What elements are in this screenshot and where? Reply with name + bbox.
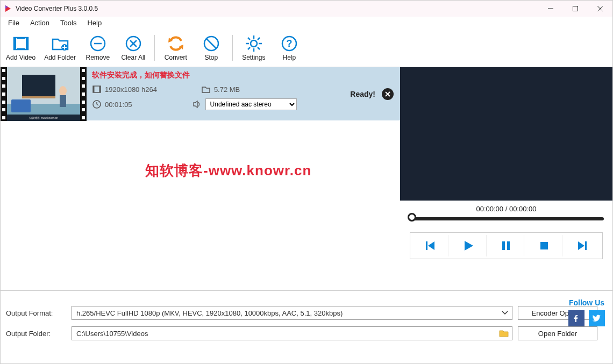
close-button[interactable] bbox=[588, 1, 612, 17]
size-meta: 5.72 MB bbox=[201, 84, 240, 94]
titlebar: Video Converter Plus 3.0.0.5 bbox=[1, 1, 612, 17]
toolbar-separator bbox=[154, 35, 155, 61]
svg-line-48 bbox=[97, 104, 98, 105]
svg-rect-36 bbox=[22, 75, 55, 97]
follow-us-box: Follow Us bbox=[568, 298, 605, 326]
open-folder-button[interactable]: Open Folder bbox=[518, 326, 597, 340]
menu-file[interactable]: File bbox=[3, 18, 25, 28]
window-title: Video Converter Plus 3.0.0.5 bbox=[16, 5, 538, 12]
seek-bar-wrap bbox=[400, 217, 612, 220]
item-status: Ready! bbox=[330, 67, 400, 120]
twitter-link[interactable] bbox=[589, 310, 605, 326]
settings-button[interactable]: Settings bbox=[236, 32, 272, 63]
remove-button[interactable]: Remove bbox=[80, 32, 116, 63]
window-controls bbox=[538, 1, 612, 17]
menubar: File Action Tools Help bbox=[1, 17, 612, 28]
duration-meta: 00:01:05 bbox=[92, 99, 132, 109]
svg-point-23 bbox=[251, 40, 257, 47]
svg-line-31 bbox=[248, 47, 250, 49]
svg-marker-53 bbox=[428, 241, 434, 250]
svg-rect-37 bbox=[22, 96, 55, 98]
filmstrip-right-icon bbox=[80, 67, 87, 121]
svg-rect-52 bbox=[426, 241, 427, 250]
media-controls bbox=[410, 232, 603, 259]
output-format-select[interactable]: h.265/HEVC FullHD 1080p (MKV, HEVC, 1920… bbox=[72, 306, 512, 320]
facebook-link[interactable] bbox=[568, 310, 585, 326]
svg-rect-38 bbox=[11, 99, 31, 112]
svg-rect-57 bbox=[540, 242, 548, 249]
preview-panel: 00:00:00 / 00:00:00 bbox=[400, 67, 612, 290]
svg-rect-8 bbox=[26, 38, 28, 49]
play-button[interactable] bbox=[451, 235, 487, 256]
maximize-button[interactable] bbox=[563, 1, 588, 17]
svg-line-28 bbox=[248, 38, 250, 40]
svg-text:知软博客-www.knowr.cn: 知软博客-www.knowr.cn bbox=[29, 116, 58, 119]
svg-line-29 bbox=[258, 47, 260, 49]
svg-marker-49 bbox=[194, 101, 197, 108]
svg-text:?: ? bbox=[286, 38, 292, 49]
menu-help[interactable]: Help bbox=[82, 18, 107, 28]
audio-icon bbox=[193, 99, 202, 109]
svg-marker-54 bbox=[465, 241, 473, 251]
svg-line-30 bbox=[258, 38, 260, 40]
clear-all-button[interactable]: Clear All bbox=[116, 32, 151, 63]
status-text: Ready! bbox=[350, 90, 375, 98]
pause-button[interactable] bbox=[489, 235, 525, 256]
svg-rect-3 bbox=[573, 6, 578, 11]
add-folder-button[interactable]: Add Folder bbox=[40, 32, 80, 63]
svg-rect-7 bbox=[14, 38, 16, 49]
main-area: 知软博客-www.knowr.cn 软件安装完成，如何替换文件 1920x108… bbox=[1, 67, 612, 290]
prev-button[interactable] bbox=[412, 235, 448, 256]
file-list: 知软博客-www.knowr.cn 软件安装完成，如何替换文件 1920x108… bbox=[1, 67, 400, 290]
toolbar: Add Video Add Folder Remove Clear All Co… bbox=[1, 28, 612, 67]
svg-rect-40 bbox=[60, 95, 66, 107]
svg-point-39 bbox=[59, 86, 67, 96]
add-folder-icon bbox=[51, 34, 69, 53]
clear-all-icon bbox=[124, 34, 142, 53]
seek-bar[interactable] bbox=[409, 217, 604, 220]
svg-rect-44 bbox=[93, 86, 95, 92]
stop-button[interactable]: Stop bbox=[194, 32, 229, 63]
next-button[interactable] bbox=[565, 235, 600, 256]
convert-button[interactable]: Convert bbox=[158, 32, 194, 63]
svg-line-22 bbox=[206, 39, 216, 48]
thumbnail: 知软博客-www.knowr.cn bbox=[1, 67, 87, 121]
convert-icon bbox=[167, 34, 185, 53]
app-logo-icon bbox=[4, 4, 12, 13]
file-icon bbox=[201, 84, 211, 94]
resolution-meta: 1920x1080 h264 bbox=[92, 84, 157, 94]
remove-item-button[interactable] bbox=[382, 88, 394, 100]
settings-icon bbox=[245, 34, 263, 53]
clock-icon bbox=[92, 99, 102, 109]
output-folder-input[interactable]: C:\Users\10755\Videos bbox=[72, 326, 512, 340]
output-format-label: Output Format: bbox=[6, 309, 66, 317]
svg-rect-10 bbox=[17, 48, 25, 49]
time-display: 00:00:00 / 00:00:00 bbox=[400, 205, 612, 213]
item-info: 软件安装完成，如何替换文件 1920x1080 h264 5.72 MB 00:… bbox=[87, 67, 330, 120]
svg-rect-9 bbox=[17, 38, 25, 39]
audio-track-select[interactable]: Undefined aac stereo bbox=[205, 98, 297, 110]
svg-rect-58 bbox=[585, 241, 587, 250]
output-folder-label: Output Folder: bbox=[6, 330, 66, 338]
toolbar-separator bbox=[232, 35, 233, 61]
help-icon: ? bbox=[280, 34, 298, 53]
svg-rect-45 bbox=[99, 86, 101, 92]
list-item[interactable]: 知软博客-www.knowr.cn 软件安装完成，如何替换文件 1920x108… bbox=[1, 67, 400, 121]
svg-rect-55 bbox=[502, 241, 505, 250]
help-button[interactable]: ? Help bbox=[272, 32, 307, 63]
add-video-button[interactable]: Add Video bbox=[2, 32, 40, 63]
filmstrip-left-icon bbox=[1, 67, 7, 121]
svg-rect-56 bbox=[507, 241, 510, 250]
preview-video[interactable] bbox=[400, 67, 612, 201]
stop-media-button[interactable] bbox=[526, 235, 562, 256]
minimize-button[interactable] bbox=[538, 1, 563, 17]
seek-thumb[interactable] bbox=[408, 213, 416, 222]
video-icon bbox=[92, 84, 102, 94]
bottom-panel: Output Format: h.265/HEVC FullHD 1080p (… bbox=[1, 290, 612, 363]
stop-icon bbox=[202, 34, 220, 53]
menu-action[interactable]: Action bbox=[25, 18, 55, 28]
folder-icon[interactable] bbox=[499, 329, 509, 338]
menu-tools[interactable]: Tools bbox=[55, 18, 82, 28]
item-title: 软件安装完成，如何替换文件 bbox=[92, 70, 325, 80]
remove-icon bbox=[89, 34, 107, 53]
